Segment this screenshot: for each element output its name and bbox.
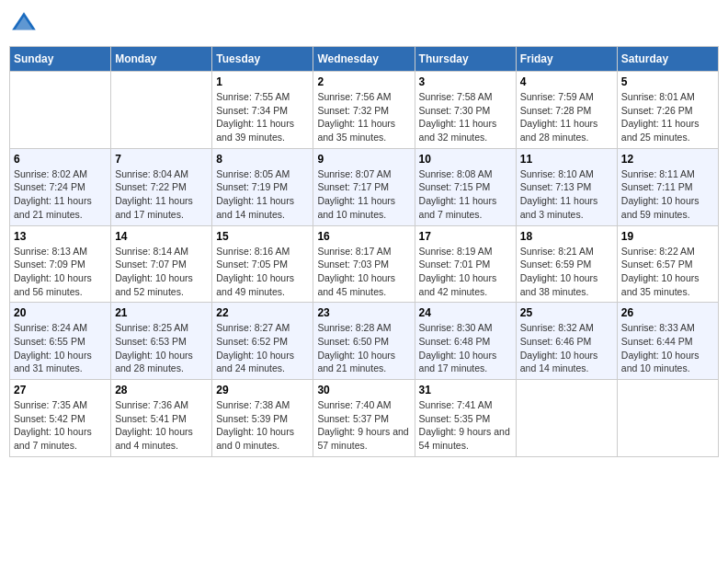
day-info: Sunrise: 8:14 AMSunset: 7:07 PMDaylight:… [115,245,208,299]
day-info: Sunrise: 8:17 AMSunset: 7:03 PMDaylight:… [317,245,410,299]
logo-icon [9,9,39,39]
col-header-wednesday: Wednesday [313,47,415,72]
day-number: 14 [115,230,208,243]
day-number: 18 [520,230,613,243]
calendar-cell: 20Sunrise: 8:24 AMSunset: 6:55 PMDayligh… [10,303,111,380]
day-info: Sunrise: 8:05 AMSunset: 7:19 PMDaylight:… [216,167,309,222]
day-number: 8 [216,153,309,166]
day-number: 2 [317,75,410,88]
day-info: Sunrise: 8:01 AMSunset: 7:26 PMDaylight:… [621,90,714,144]
day-number: 10 [419,153,512,166]
calendar-cell: 21Sunrise: 8:25 AMSunset: 6:53 PMDayligh… [111,303,212,380]
col-header-monday: Monday [111,47,212,72]
calendar-cell [516,380,617,457]
day-number: 16 [317,230,410,243]
day-info: Sunrise: 8:22 AMSunset: 6:57 PMDaylight:… [621,245,714,299]
calendar-cell: 26Sunrise: 8:33 AMSunset: 6:44 PMDayligh… [617,303,718,380]
day-number: 28 [115,384,208,396]
day-info: Sunrise: 8:32 AMSunset: 6:46 PMDaylight:… [520,321,613,375]
calendar-cell: 12Sunrise: 8:11 AMSunset: 7:11 PMDayligh… [617,148,718,225]
calendar-cell [111,72,212,149]
day-info: Sunrise: 8:28 AMSunset: 6:50 PMDaylight:… [317,321,410,375]
day-info: Sunrise: 7:40 AMSunset: 5:37 PMDaylight:… [317,398,410,453]
day-number: 4 [520,75,613,88]
calendar-cell: 6Sunrise: 8:02 AMSunset: 7:24 PMDaylight… [10,148,111,225]
day-info: Sunrise: 8:10 AMSunset: 7:13 PMDaylight:… [520,167,613,222]
calendar-week-5: 27Sunrise: 7:35 AMSunset: 5:42 PMDayligh… [10,380,719,457]
col-header-sunday: Sunday [10,47,111,72]
day-info: Sunrise: 8:07 AMSunset: 7:17 PMDaylight:… [317,167,410,222]
day-number: 20 [14,306,107,319]
day-info: Sunrise: 8:11 AMSunset: 7:11 PMDaylight:… [621,167,714,222]
calendar-cell: 31Sunrise: 7:41 AMSunset: 5:35 PMDayligh… [415,380,516,457]
day-number: 19 [621,230,714,243]
day-info: Sunrise: 7:36 AMSunset: 5:41 PMDaylight:… [115,398,208,453]
calendar-week-2: 6Sunrise: 8:02 AMSunset: 7:24 PMDaylight… [10,148,719,225]
day-number: 29 [216,384,309,396]
calendar-cell: 24Sunrise: 8:30 AMSunset: 6:48 PMDayligh… [415,303,516,380]
day-info: Sunrise: 7:38 AMSunset: 5:39 PMDaylight:… [216,398,309,453]
day-number: 3 [419,75,512,88]
col-header-saturday: Saturday [617,47,718,72]
day-number: 23 [317,306,410,319]
calendar-cell: 5Sunrise: 8:01 AMSunset: 7:26 PMDaylight… [617,72,718,149]
calendar-cell: 30Sunrise: 7:40 AMSunset: 5:37 PMDayligh… [313,380,415,457]
day-number: 11 [520,153,613,166]
calendar-cell: 17Sunrise: 8:19 AMSunset: 7:01 PMDayligh… [415,225,516,303]
day-info: Sunrise: 8:19 AMSunset: 7:01 PMDaylight:… [419,245,512,299]
calendar-cell: 10Sunrise: 8:08 AMSunset: 7:15 PMDayligh… [415,148,516,225]
day-info: Sunrise: 8:27 AMSunset: 6:52 PMDaylight:… [216,321,309,375]
day-info: Sunrise: 8:30 AMSunset: 6:48 PMDaylight:… [419,321,512,375]
day-number: 6 [14,153,107,166]
day-number: 9 [317,153,410,166]
day-number: 17 [419,230,512,243]
day-number: 12 [621,153,714,166]
page-header [9,9,719,39]
day-number: 5 [621,75,714,88]
day-info: Sunrise: 8:04 AMSunset: 7:22 PMDaylight:… [115,167,208,222]
calendar-cell: 29Sunrise: 7:38 AMSunset: 5:39 PMDayligh… [212,380,313,457]
calendar-cell: 14Sunrise: 8:14 AMSunset: 7:07 PMDayligh… [111,225,212,303]
calendar-week-3: 13Sunrise: 8:13 AMSunset: 7:09 PMDayligh… [10,225,719,303]
calendar-week-4: 20Sunrise: 8:24 AMSunset: 6:55 PMDayligh… [10,303,719,380]
day-number: 26 [621,306,714,319]
day-number: 7 [115,153,208,166]
calendar-cell: 19Sunrise: 8:22 AMSunset: 6:57 PMDayligh… [617,225,718,303]
day-info: Sunrise: 8:25 AMSunset: 6:53 PMDaylight:… [115,321,208,375]
day-info: Sunrise: 8:21 AMSunset: 6:59 PMDaylight:… [520,245,613,299]
day-info: Sunrise: 7:56 AMSunset: 7:32 PMDaylight:… [317,90,410,144]
col-header-thursday: Thursday [415,47,516,72]
calendar-cell: 8Sunrise: 8:05 AMSunset: 7:19 PMDaylight… [212,148,313,225]
calendar-cell: 23Sunrise: 8:28 AMSunset: 6:50 PMDayligh… [313,303,415,380]
calendar-cell: 27Sunrise: 7:35 AMSunset: 5:42 PMDayligh… [10,380,111,457]
day-info: Sunrise: 8:24 AMSunset: 6:55 PMDaylight:… [14,321,107,375]
calendar-header-row: SundayMondayTuesdayWednesdayThursdayFrid… [10,47,719,72]
calendar-table: SundayMondayTuesdayWednesdayThursdayFrid… [9,46,719,457]
day-number: 22 [216,306,309,319]
calendar-cell: 13Sunrise: 8:13 AMSunset: 7:09 PMDayligh… [10,225,111,303]
calendar-cell: 28Sunrise: 7:36 AMSunset: 5:41 PMDayligh… [111,380,212,457]
calendar-cell: 25Sunrise: 8:32 AMSunset: 6:46 PMDayligh… [516,303,617,380]
col-header-tuesday: Tuesday [212,47,313,72]
calendar-cell: 7Sunrise: 8:04 AMSunset: 7:22 PMDaylight… [111,148,212,225]
day-info: Sunrise: 7:55 AMSunset: 7:34 PMDaylight:… [216,90,309,144]
day-info: Sunrise: 7:59 AMSunset: 7:28 PMDaylight:… [520,90,613,144]
calendar-cell: 4Sunrise: 7:59 AMSunset: 7:28 PMDaylight… [516,72,617,149]
calendar-cell: 2Sunrise: 7:56 AMSunset: 7:32 PMDaylight… [313,72,415,149]
day-number: 31 [419,384,512,396]
calendar-cell: 15Sunrise: 8:16 AMSunset: 7:05 PMDayligh… [212,225,313,303]
calendar-cell: 11Sunrise: 8:10 AMSunset: 7:13 PMDayligh… [516,148,617,225]
calendar-cell: 22Sunrise: 8:27 AMSunset: 6:52 PMDayligh… [212,303,313,380]
day-info: Sunrise: 8:16 AMSunset: 7:05 PMDaylight:… [216,245,309,299]
day-number: 15 [216,230,309,243]
day-info: Sunrise: 8:02 AMSunset: 7:24 PMDaylight:… [14,167,107,222]
day-info: Sunrise: 7:58 AMSunset: 7:30 PMDaylight:… [419,90,512,144]
day-info: Sunrise: 8:13 AMSunset: 7:09 PMDaylight:… [14,245,107,299]
day-info: Sunrise: 8:33 AMSunset: 6:44 PMDaylight:… [621,321,714,375]
day-info: Sunrise: 7:35 AMSunset: 5:42 PMDaylight:… [14,398,107,453]
calendar-cell [617,380,718,457]
day-number: 1 [216,75,309,88]
day-number: 21 [115,306,208,319]
day-number: 13 [14,230,107,243]
calendar-cell: 16Sunrise: 8:17 AMSunset: 7:03 PMDayligh… [313,225,415,303]
